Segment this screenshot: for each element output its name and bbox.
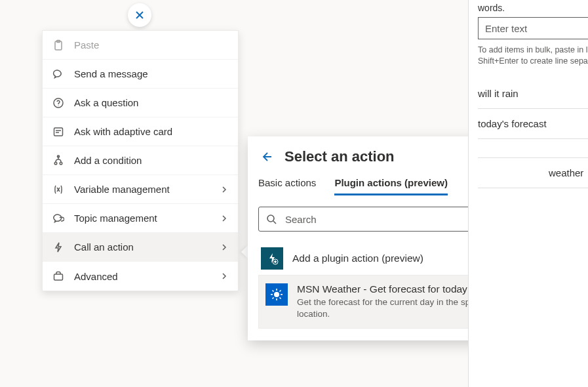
menu-item-advanced[interactable]: Advanced [43,262,238,291]
back-button[interactable] [258,149,274,165]
menu-label: Ask a question [74,97,138,108]
svg-line-26 [273,298,274,299]
branch-icon [52,154,65,167]
paste-icon [52,39,65,52]
trigger-phrases-panel: words. Enter text To add items in bulk, … [468,0,588,387]
svg-line-24 [280,298,281,299]
flyout-pointer [241,245,248,258]
search-icon [265,213,277,225]
node-close-button[interactable] [128,3,151,27]
menu-item-ask-adaptive-card[interactable]: Ask with adaptive card [43,117,238,146]
add-node-context-menu: Paste Send a message Ask a question Ask … [42,30,239,291]
tab-plugin-actions[interactable]: Plugin actions (preview) [334,177,448,195]
svg-line-25 [280,291,281,292]
menu-label: Variable management [74,184,170,195]
menu-label: Send a message [74,68,148,79]
bulk-hint: To add items in bulk, paste in li Shift+… [478,45,588,67]
plugin-add-icon [261,247,283,270]
menu-item-variable-management[interactable]: Variable management [43,175,238,204]
toolbox-icon [52,270,65,283]
panel-title: Select an action [284,148,395,165]
menu-item-paste: Paste [43,31,238,60]
menu-item-add-condition[interactable]: Add a condition [43,146,238,175]
menu-label: Paste [74,39,99,51]
trigger-phrase-input[interactable]: Enter text [478,17,588,39]
trigger-phrase-row[interactable]: today's forecast [478,109,588,139]
menu-label: Advanced [74,271,118,282]
chevron-right-icon [220,214,229,223]
hint-continued: words. [478,3,588,13]
svg-point-5 [58,105,58,106]
weather-icon [265,283,288,306]
svg-rect-6 [54,128,63,136]
menu-label: Topic management [74,213,157,224]
svg-line-23 [273,291,274,292]
svg-point-9 [54,162,57,165]
chevron-right-icon [220,243,229,252]
variable-icon [52,183,65,196]
chat-icon [52,68,65,81]
chevron-right-icon [220,272,229,281]
arrow-left-icon [260,150,273,163]
svg-rect-12 [54,274,63,280]
add-plugin-action-label: Add a plugin action (preview) [292,253,423,264]
menu-label: Ask with adaptive card [74,126,172,137]
trigger-phrase-row[interactable]: will it rain [478,79,588,109]
input-placeholder: Enter text [485,23,527,34]
trigger-phrase-row[interactable]: weather [478,157,588,188]
close-icon [134,9,146,21]
menu-label: Add a condition [74,155,142,166]
adaptive-card-icon [52,125,65,138]
menu-label: Call an action [74,241,134,253]
menu-item-call-action[interactable]: Call an action [43,233,238,262]
trigger-phrase-row[interactable] [478,139,588,157]
svg-point-18 [274,292,279,297]
topic-icon [52,212,65,225]
svg-line-16 [273,221,276,224]
chevron-right-icon [220,185,229,194]
question-icon [52,96,65,110]
lightning-icon [52,241,65,254]
menu-item-send-message[interactable]: Send a message [43,60,238,89]
svg-point-10 [60,162,62,165]
menu-item-ask-question[interactable]: Ask a question [43,89,238,117]
tab-basic-actions[interactable]: Basic actions [258,177,316,195]
menu-item-topic-management[interactable]: Topic management [43,204,238,233]
svg-point-15 [267,215,274,222]
